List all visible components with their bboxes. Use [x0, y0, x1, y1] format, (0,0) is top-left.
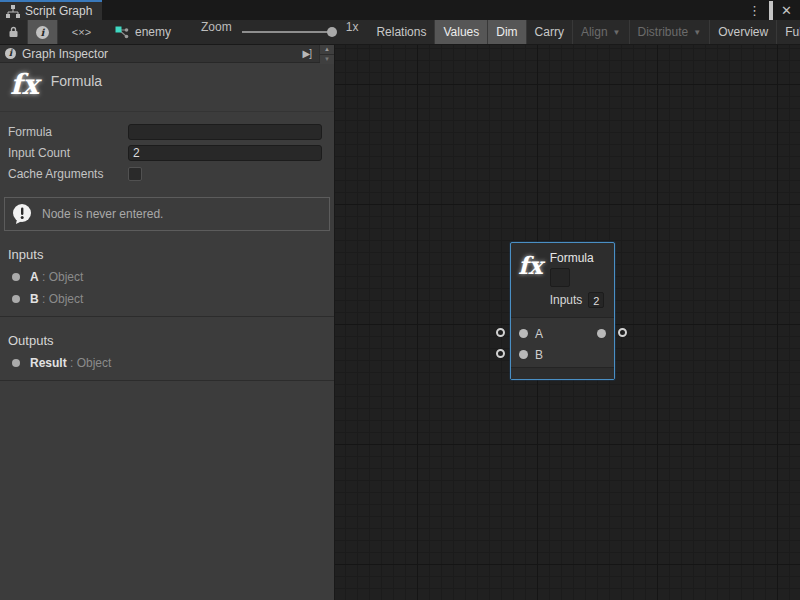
inspector-node-title: Formula — [51, 69, 102, 89]
graph-canvas[interactable]: fx Formula Inputs 2 A B — [335, 45, 800, 600]
port-dot-icon — [12, 295, 20, 303]
carry-button[interactable]: Carry — [526, 20, 572, 44]
breadcrumb: enemy — [105, 20, 171, 44]
inspector-header: i Graph Inspector ▶] ▲ ▼ — [0, 45, 334, 63]
code-icon: <×> — [72, 26, 91, 38]
port-name: Result — [30, 356, 67, 370]
breadcrumb-graph-name[interactable]: enemy — [135, 25, 171, 39]
port-name: A — [30, 270, 39, 284]
warning-bubble-icon — [11, 203, 34, 226]
inspector-toggle-button[interactable]: i — [27, 20, 57, 44]
close-icon[interactable]: ✕ — [781, 4, 792, 17]
port-type: : Object — [70, 356, 111, 370]
list-item: B : Object — [0, 288, 334, 310]
port-name: B — [30, 292, 39, 306]
port-label: A — [535, 327, 543, 341]
tab-title: Script Graph — [25, 4, 92, 18]
port-dot-icon — [12, 359, 20, 367]
formula-input[interactable] — [128, 124, 322, 140]
outputs-heading: Outputs — [0, 327, 334, 352]
inspector-fields: Formula Input Count Cache Arguments — [0, 112, 334, 189]
toolbar-right-group: Relations Values Dim Carry Align ▼ Distr… — [368, 20, 800, 44]
zoom-label: Zoom — [201, 20, 232, 44]
lock-button[interactable] — [0, 20, 27, 44]
zoom-value: 1x — [346, 20, 359, 44]
warning-banner: Node is never entered. — [4, 197, 330, 231]
fx-icon: fx — [518, 251, 543, 317]
output-port-result[interactable] — [597, 329, 606, 338]
info-icon: i — [5, 48, 16, 59]
external-connection-port-result[interactable] — [618, 328, 627, 337]
script-graph-icon — [6, 5, 20, 18]
port-dot-icon — [12, 273, 20, 281]
node-formula-input[interactable] — [550, 268, 570, 287]
dim-button[interactable]: Dim — [487, 20, 525, 44]
node-inputs-label: Inputs — [550, 293, 583, 307]
graph-inspector-panel: i Graph Inspector ▶] ▲ ▼ fx Formula Form… — [0, 45, 335, 600]
node-inputs-count[interactable]: 2 — [588, 292, 604, 308]
port-label: B — [535, 348, 543, 362]
menu-kebab-icon[interactable]: ⋮ — [748, 4, 761, 17]
outputs-section: Outputs Result : Object — [0, 317, 334, 381]
info-icon: i — [36, 26, 49, 39]
external-connection-port-a[interactable] — [496, 328, 505, 337]
formula-node-ports: A B — [511, 318, 614, 367]
port-type: : Object — [42, 270, 83, 284]
distribute-dropdown[interactable]: Distribute ▼ — [629, 20, 710, 44]
node-title: Formula — [550, 251, 605, 265]
zoom-slider-knob[interactable] — [327, 27, 337, 37]
inspector-header-title: Graph Inspector — [22, 47, 108, 61]
input-count-label: Input Count — [8, 146, 128, 160]
window-tab-bar: Script Graph ⋮ ✕ — [0, 0, 800, 20]
graph-breadcrumb-icon — [115, 26, 129, 39]
scroll-up-icon[interactable]: ▲ — [320, 45, 334, 54]
list-item: Result : Object — [0, 352, 334, 374]
maximize-icon[interactable] — [769, 4, 773, 17]
cache-arguments-label: Cache Arguments — [8, 167, 128, 181]
port-type: : Object — [42, 292, 83, 306]
values-button[interactable]: Values — [434, 20, 487, 44]
list-item: A : Object — [0, 266, 334, 288]
scroll-down-icon[interactable]: ▼ — [320, 54, 334, 64]
graph-toolbar: i <×> enemy Zoom 1x Relations Values Dim… — [0, 20, 800, 45]
formula-field-label: Formula — [8, 125, 128, 139]
dock-icon[interactable]: ▶] — [301, 48, 313, 59]
inspector-scroll-stepper: ▲ ▼ — [319, 45, 334, 62]
chevron-down-icon: ▼ — [693, 28, 701, 37]
align-dropdown[interactable]: Align ▼ — [572, 20, 629, 44]
code-preview-button[interactable]: <×> — [57, 20, 105, 44]
formula-node-footer — [511, 367, 614, 379]
node-inspector-title: fx Formula — [0, 63, 334, 112]
relations-button[interactable]: Relations — [368, 20, 434, 44]
inputs-heading: Inputs — [0, 241, 334, 266]
input-port-a[interactable] — [519, 329, 528, 338]
window-controls: ⋮ ✕ — [748, 0, 800, 20]
inputs-section: Inputs A : Object B : Object — [0, 231, 334, 317]
warning-text: Node is never entered. — [42, 207, 163, 221]
overview-button[interactable]: Overview — [709, 20, 776, 44]
formula-node-header: fx Formula Inputs 2 — [511, 243, 614, 318]
lock-icon — [8, 26, 19, 38]
zoom-slider[interactable] — [242, 31, 346, 33]
input-count-input[interactable] — [128, 145, 322, 161]
fx-icon: fx — [10, 69, 39, 101]
tab-script-graph[interactable]: Script Graph — [0, 0, 102, 20]
cache-arguments-checkbox[interactable] — [128, 167, 142, 181]
chevron-down-icon: ▼ — [613, 28, 621, 37]
toolbar-left-group: i <×> — [0, 20, 105, 44]
input-port-b[interactable] — [519, 350, 528, 359]
external-connection-port-b[interactable] — [496, 349, 505, 358]
formula-node[interactable]: fx Formula Inputs 2 A B — [510, 242, 615, 380]
fullscreen-button[interactable]: Full Screen — [776, 20, 800, 44]
